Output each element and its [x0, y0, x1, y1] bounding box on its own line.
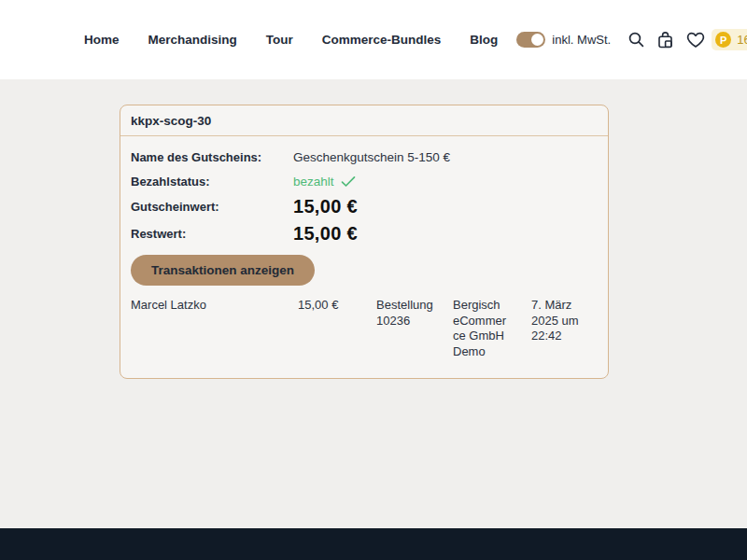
points-icon: P [715, 32, 731, 48]
show-transactions-button[interactable]: Transaktionen anzeigen [131, 255, 315, 286]
transaction-date: 7. März 2025 um 22:42 [531, 298, 598, 359]
remaining-value-amount: 15,00 € [293, 223, 358, 245]
toggle-knob [531, 34, 543, 46]
transaction-order: Bestellung 10236 [376, 298, 453, 359]
points-value: 1660 [737, 33, 747, 47]
remaining-value-row: Restwert: 15,00 € [131, 220, 598, 247]
payment-status-label: Bezahlstatus: [131, 175, 293, 189]
voucher-value-amount: 15,00 € [293, 196, 358, 217]
vat-toggle-label: inkl. MwSt. [552, 33, 611, 47]
vat-toggle-group: inkl. MwSt. [516, 32, 611, 48]
vat-toggle-switch[interactable] [516, 32, 545, 48]
main-content: kkpx-scog-30 Name des Gutscheins: Gesche… [0, 79, 747, 528]
nav-right-cluster: inkl. MwSt. [516, 29, 747, 50]
transaction-amount: 15,00 € [298, 298, 376, 359]
nav-item-tour[interactable]: Tour [266, 33, 293, 47]
search-icon[interactable] [627, 31, 645, 49]
payment-status-row: Bezahlstatus: bezahlt [131, 169, 598, 193]
voucher-value-row: Gutscheinwert: 15,00 € [131, 193, 598, 220]
transaction-row: Marcel Latzko 15,00 € Bestellung 10236 B… [131, 298, 598, 378]
payment-status-value: bezahlt [293, 175, 356, 189]
main-nav: Home Merchandising Tour Commerce-Bundles… [84, 33, 498, 47]
footer [0, 528, 747, 560]
shopping-bag-icon[interactable] [656, 31, 674, 49]
nav-item-commerce-bundles[interactable]: Commerce-Bundles [322, 33, 442, 47]
voucher-value-label: Gutscheinwert: [131, 200, 293, 214]
voucher-card-body: Name des Gutscheins: Geschenkgutschein 5… [120, 136, 608, 378]
voucher-name-value: Geschenkgutschein 5-150 € [293, 150, 450, 164]
nav-item-blog[interactable]: Blog [470, 33, 498, 47]
transaction-customer-name: Marcel Latzko [131, 298, 298, 359]
transaction-company: Bergisch eCommerce GmbH Demo [453, 298, 531, 359]
points-badge[interactable]: P 1660 [712, 29, 747, 50]
nav-item-merchandising[interactable]: Merchandising [148, 33, 237, 47]
remaining-value-label: Restwert: [131, 227, 293, 241]
voucher-name-row: Name des Gutscheins: Geschenkgutschein 5… [131, 145, 598, 169]
nav-item-home[interactable]: Home [84, 33, 120, 47]
page: Home Merchandising Tour Commerce-Bundles… [0, 0, 747, 560]
voucher-name-label: Name des Gutscheins: [131, 150, 293, 164]
voucher-card: kkpx-scog-30 Name des Gutscheins: Gesche… [120, 105, 609, 379]
check-icon [341, 175, 356, 188]
wishlist-heart-icon[interactable] [686, 32, 705, 49]
voucher-code: kkpx-scog-30 [120, 105, 608, 136]
payment-status-text: bezahlt [293, 175, 334, 189]
top-navbar: Home Merchandising Tour Commerce-Bundles… [0, 0, 747, 79]
